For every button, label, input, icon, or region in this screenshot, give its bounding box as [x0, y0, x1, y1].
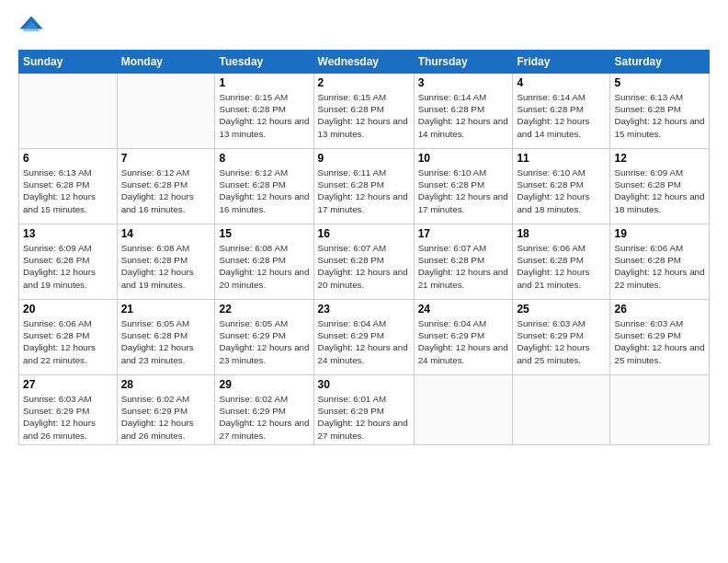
day-number: 6: [23, 152, 113, 165]
day-number: 18: [517, 227, 606, 240]
day-number: 22: [219, 303, 309, 316]
day-number: 15: [219, 227, 309, 240]
calendar-table: SundayMondayTuesdayWednesdayThursdayFrid…: [18, 50, 710, 445]
day-number: 17: [418, 227, 509, 240]
day-number: 11: [517, 152, 606, 165]
calendar-cell: 8Sunrise: 6:12 AMSunset: 6:28 PMDaylight…: [215, 149, 313, 224]
calendar-cell: 27Sunrise: 6:03 AMSunset: 6:29 PMDayligh…: [19, 375, 118, 445]
calendar-cell: 30Sunrise: 6:01 AMSunset: 6:29 PMDayligh…: [313, 375, 414, 445]
day-info: Sunrise: 6:13 AMSunset: 6:28 PMDaylight:…: [614, 91, 705, 140]
day-info: Sunrise: 6:06 AMSunset: 6:28 PMDaylight:…: [517, 242, 606, 291]
calendar-week-5: 27Sunrise: 6:03 AMSunset: 6:29 PMDayligh…: [19, 375, 710, 445]
day-info: Sunrise: 6:05 AMSunset: 6:29 PMDaylight:…: [219, 317, 309, 366]
day-number: 5: [614, 76, 705, 89]
calendar-cell: 9Sunrise: 6:11 AMSunset: 6:28 PMDaylight…: [313, 149, 414, 224]
calendar-cell: [513, 375, 610, 445]
calendar-cell: 4Sunrise: 6:14 AMSunset: 6:28 PMDaylight…: [513, 74, 610, 149]
calendar-cell: 26Sunrise: 6:03 AMSunset: 6:29 PMDayligh…: [610, 300, 710, 375]
day-number: 27: [23, 378, 113, 391]
calendar-cell: 6Sunrise: 6:13 AMSunset: 6:28 PMDaylight…: [19, 149, 118, 224]
day-info: Sunrise: 6:15 AMSunset: 6:28 PMDaylight:…: [318, 91, 410, 140]
day-info: Sunrise: 6:15 AMSunset: 6:28 PMDaylight:…: [219, 91, 309, 140]
calendar-cell: 14Sunrise: 6:08 AMSunset: 6:28 PMDayligh…: [117, 224, 215, 300]
day-info: Sunrise: 6:07 AMSunset: 6:28 PMDaylight:…: [318, 242, 410, 291]
day-info: Sunrise: 6:13 AMSunset: 6:28 PMDaylight:…: [23, 167, 113, 215]
calendar-cell: [19, 74, 118, 149]
calendar-header-saturday: Saturday: [610, 51, 710, 74]
calendar-header-monday: Monday: [117, 51, 215, 74]
day-number: 10: [418, 152, 509, 165]
calendar-cell: 25Sunrise: 6:03 AMSunset: 6:29 PMDayligh…: [513, 300, 610, 375]
calendar-cell: 10Sunrise: 6:10 AMSunset: 6:28 PMDayligh…: [414, 149, 513, 224]
calendar-header-sunday: Sunday: [19, 51, 118, 74]
day-info: Sunrise: 6:04 AMSunset: 6:29 PMDaylight:…: [318, 317, 410, 366]
calendar-header-row: SundayMondayTuesdayWednesdayThursdayFrid…: [19, 51, 710, 74]
day-number: 4: [517, 76, 606, 89]
day-info: Sunrise: 6:08 AMSunset: 6:28 PMDaylight:…: [121, 242, 211, 291]
day-info: Sunrise: 6:10 AMSunset: 6:28 PMDaylight:…: [517, 167, 606, 215]
calendar-cell: [117, 74, 215, 149]
day-info: Sunrise: 6:12 AMSunset: 6:28 PMDaylight:…: [219, 167, 309, 215]
day-number: 29: [219, 378, 309, 391]
day-number: 3: [418, 76, 509, 89]
day-number: 9: [318, 152, 410, 165]
day-number: 16: [318, 227, 410, 240]
calendar-cell: 7Sunrise: 6:12 AMSunset: 6:28 PMDaylight…: [117, 149, 215, 224]
calendar-header-thursday: Thursday: [414, 51, 513, 74]
day-number: 24: [418, 303, 509, 316]
calendar-cell: 5Sunrise: 6:13 AMSunset: 6:28 PMDaylight…: [610, 74, 710, 149]
day-info: Sunrise: 6:03 AMSunset: 6:29 PMDaylight:…: [517, 317, 606, 366]
calendar-cell: 17Sunrise: 6:07 AMSunset: 6:28 PMDayligh…: [414, 224, 513, 300]
day-number: 12: [614, 152, 705, 165]
day-number: 21: [121, 303, 211, 316]
day-number: 1: [219, 76, 309, 89]
calendar-week-2: 6Sunrise: 6:13 AMSunset: 6:28 PMDaylight…: [19, 149, 710, 224]
calendar-week-3: 13Sunrise: 6:09 AMSunset: 6:28 PMDayligh…: [19, 224, 710, 300]
logo: [18, 15, 48, 40]
day-info: Sunrise: 6:10 AMSunset: 6:28 PMDaylight:…: [418, 167, 509, 215]
calendar-week-4: 20Sunrise: 6:06 AMSunset: 6:28 PMDayligh…: [19, 300, 710, 375]
day-info: Sunrise: 6:08 AMSunset: 6:28 PMDaylight:…: [219, 242, 309, 291]
day-info: Sunrise: 6:12 AMSunset: 6:28 PMDaylight:…: [121, 167, 211, 215]
calendar-cell: 3Sunrise: 6:14 AMSunset: 6:28 PMDaylight…: [414, 74, 513, 149]
calendar-cell: 2Sunrise: 6:15 AMSunset: 6:28 PMDaylight…: [313, 74, 414, 149]
day-number: 19: [614, 227, 705, 240]
calendar-cell: 19Sunrise: 6:06 AMSunset: 6:28 PMDayligh…: [610, 224, 710, 300]
calendar-cell: 23Sunrise: 6:04 AMSunset: 6:29 PMDayligh…: [313, 300, 414, 375]
day-number: 25: [517, 303, 606, 316]
page: SundayMondayTuesdayWednesdayThursdayFrid…: [0, 0, 728, 563]
day-info: Sunrise: 6:03 AMSunset: 6:29 PMDaylight:…: [614, 317, 705, 366]
calendar-cell: 24Sunrise: 6:04 AMSunset: 6:29 PMDayligh…: [414, 300, 513, 375]
day-info: Sunrise: 6:07 AMSunset: 6:28 PMDaylight:…: [418, 242, 509, 291]
calendar-cell: 13Sunrise: 6:09 AMSunset: 6:28 PMDayligh…: [19, 224, 118, 300]
day-info: Sunrise: 6:03 AMSunset: 6:29 PMDaylight:…: [23, 393, 113, 442]
calendar-cell: 21Sunrise: 6:05 AMSunset: 6:28 PMDayligh…: [117, 300, 215, 375]
calendar-cell: 18Sunrise: 6:06 AMSunset: 6:28 PMDayligh…: [513, 224, 610, 300]
calendar-header-wednesday: Wednesday: [313, 51, 414, 74]
day-number: 7: [121, 152, 211, 165]
calendar-cell: 20Sunrise: 6:06 AMSunset: 6:28 PMDayligh…: [19, 300, 118, 375]
header: [18, 15, 710, 40]
calendar-cell: 12Sunrise: 6:09 AMSunset: 6:28 PMDayligh…: [610, 149, 710, 224]
day-info: Sunrise: 6:02 AMSunset: 6:29 PMDaylight:…: [121, 393, 211, 442]
day-info: Sunrise: 6:14 AMSunset: 6:28 PMDaylight:…: [517, 91, 606, 140]
day-number: 14: [121, 227, 211, 240]
calendar-cell: 15Sunrise: 6:08 AMSunset: 6:28 PMDayligh…: [215, 224, 313, 300]
calendar-cell: 16Sunrise: 6:07 AMSunset: 6:28 PMDayligh…: [313, 224, 414, 300]
calendar-header-friday: Friday: [513, 51, 610, 74]
calendar-cell: 29Sunrise: 6:02 AMSunset: 6:29 PMDayligh…: [215, 375, 313, 445]
calendar-cell: 11Sunrise: 6:10 AMSunset: 6:28 PMDayligh…: [513, 149, 610, 224]
day-number: 8: [219, 152, 309, 165]
logo-icon: [18, 15, 44, 40]
calendar-cell: 28Sunrise: 6:02 AMSunset: 6:29 PMDayligh…: [117, 375, 215, 445]
calendar-cell: [610, 375, 710, 445]
day-info: Sunrise: 6:05 AMSunset: 6:28 PMDaylight:…: [121, 317, 211, 366]
day-number: 26: [614, 303, 705, 316]
calendar-cell: [414, 375, 513, 445]
day-number: 13: [23, 227, 113, 240]
day-number: 20: [23, 303, 113, 316]
day-info: Sunrise: 6:06 AMSunset: 6:28 PMDaylight:…: [23, 317, 113, 366]
day-info: Sunrise: 6:09 AMSunset: 6:28 PMDaylight:…: [23, 242, 113, 291]
day-info: Sunrise: 6:02 AMSunset: 6:29 PMDaylight:…: [219, 393, 309, 442]
day-number: 28: [121, 378, 211, 391]
